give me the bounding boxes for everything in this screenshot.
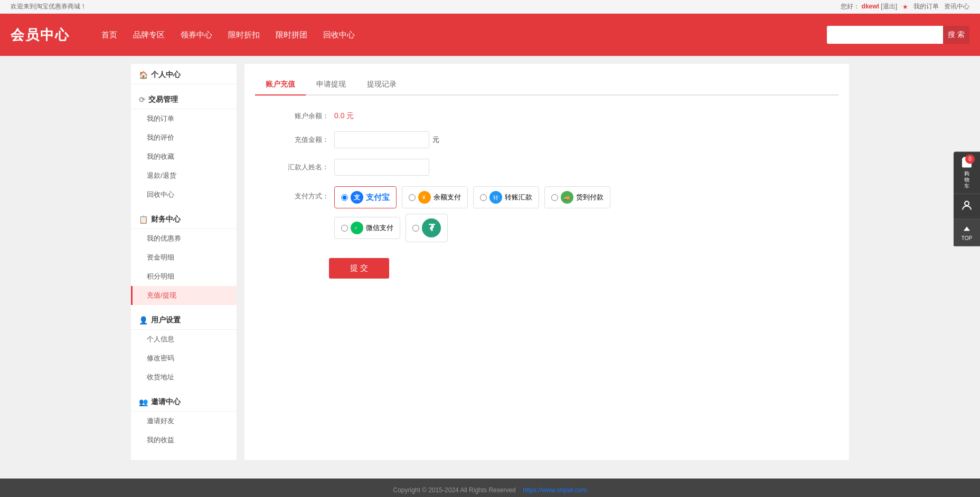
submit-row: 提 交 bbox=[276, 253, 838, 279]
balance-pay-icon: ¥ bbox=[418, 191, 431, 204]
payment-radio-balance[interactable] bbox=[409, 194, 416, 201]
sidebar-item-myorder[interactable]: 我的订单 bbox=[131, 109, 237, 128]
payment-option-transfer[interactable]: 转 转账汇款 bbox=[473, 186, 539, 208]
payment-option-cod[interactable]: 🚚 货到付款 bbox=[544, 186, 610, 208]
sidebar-section-finance: 📋 财务中心 bbox=[131, 208, 237, 229]
payer-name-row: 汇款人姓名： bbox=[276, 159, 838, 176]
welcome-text: 欢迎来到淘宝优惠券商城！ bbox=[11, 2, 87, 11]
search-input[interactable] bbox=[827, 26, 943, 44]
top-button[interactable]: TOP bbox=[954, 219, 980, 246]
cod-icon: 🚚 bbox=[561, 191, 573, 204]
submit-button[interactable]: 提 交 bbox=[329, 258, 389, 279]
payment-label: 支付方式： bbox=[276, 186, 329, 201]
logo: 会员中心 bbox=[11, 26, 70, 44]
invite-icon: 👥 bbox=[139, 398, 148, 406]
cod-label: 货到付款 bbox=[576, 193, 604, 202]
sidebar-item-funddetail[interactable]: 资金明细 bbox=[131, 248, 237, 267]
balance-value: 0.0 元 bbox=[334, 111, 354, 121]
sidebar-item-recycle[interactable]: 回收中心 bbox=[131, 185, 237, 204]
greeting-text: 您好： dkewl [退出] bbox=[841, 2, 897, 11]
sidebar-item-profile[interactable]: 个人信息 bbox=[131, 330, 237, 349]
svg-text:🚚: 🚚 bbox=[564, 195, 570, 201]
nav-coupon[interactable]: 领券中心 bbox=[181, 27, 212, 43]
payment-option-alipay[interactable]: 支 支付宝 bbox=[334, 186, 397, 208]
alipay-label: 支付宝 bbox=[366, 193, 390, 203]
sidebar-item-coupon[interactable]: 我的优惠券 bbox=[131, 229, 237, 248]
user-icon bbox=[960, 199, 973, 212]
username-text: dkewl bbox=[862, 3, 879, 10]
tab-withdraw-record[interactable]: 提现记录 bbox=[356, 74, 407, 94]
sidebar-section-usersettings-label: 用户设置 bbox=[151, 316, 181, 325]
logout-link[interactable]: 退出 bbox=[883, 3, 896, 10]
recharge-unit: 元 bbox=[432, 135, 439, 145]
sidebar-item-myearning[interactable]: 我的收益 bbox=[131, 431, 237, 450]
sidebar-item-address[interactable]: 收货地址 bbox=[131, 368, 237, 387]
sidebar-section-personal: 🏠 个人中心 bbox=[131, 64, 237, 84]
sidebar-section-usersettings: 👤 用户设置 bbox=[131, 309, 237, 330]
sidebar-section-invite: 👥 邀请中心 bbox=[131, 391, 237, 412]
sidebar-item-invitefriend[interactable]: 邀请好友 bbox=[131, 412, 237, 431]
payment-radio-transfer[interactable] bbox=[480, 194, 487, 201]
payment-method-row: 支付方式： 支 支付宝 bbox=[276, 186, 838, 242]
top-arrow-icon bbox=[962, 224, 972, 235]
search-box: 搜 索 bbox=[827, 26, 969, 44]
nav-recycle[interactable]: 回收中心 bbox=[323, 27, 355, 43]
main-container: 🏠 个人中心 ⟳ 交易管理 我的订单 我的评价 我的收藏 退款/退货 回收中心 … bbox=[120, 56, 860, 468]
payment-radio-wechat[interactable] bbox=[341, 225, 348, 232]
sidebar-item-refund[interactable]: 退款/退货 bbox=[131, 166, 237, 185]
sidebar-item-pointdetail[interactable]: 积分明细 bbox=[131, 267, 237, 286]
payment-radio-tether[interactable] bbox=[412, 225, 419, 232]
payment-option-balance[interactable]: ¥ 余额支付 bbox=[402, 186, 468, 208]
balance-row: 账户余额： 0.0 元 bbox=[276, 111, 838, 121]
payment-radio-alipay[interactable] bbox=[341, 194, 348, 201]
balance-label: 账户余额： bbox=[276, 111, 329, 121]
infocenter-link[interactable]: 资讯中心 bbox=[944, 2, 969, 11]
nav-home[interactable]: 首页 bbox=[101, 27, 117, 43]
payment-radio-cod[interactable] bbox=[551, 194, 558, 201]
search-button[interactable]: 搜 索 bbox=[943, 26, 969, 44]
svg-text:¥: ¥ bbox=[422, 195, 426, 200]
nav-discount[interactable]: 限时折扣 bbox=[228, 27, 260, 43]
sidebar-item-myfavorite[interactable]: 我的收藏 bbox=[131, 147, 237, 166]
myorder-link[interactable]: 我的订单 bbox=[913, 2, 939, 11]
recharge-amount-input[interactable] bbox=[334, 131, 429, 148]
user-button[interactable] bbox=[954, 194, 980, 219]
tab-withdraw-apply[interactable]: 申请提现 bbox=[306, 74, 356, 94]
tether-logo-icon: ₮ bbox=[422, 218, 441, 237]
finance-icon: 📋 bbox=[139, 215, 148, 224]
sidebar-item-myreview[interactable]: 我的评价 bbox=[131, 128, 237, 147]
nav-group[interactable]: 限时拼团 bbox=[276, 27, 307, 43]
tab-bar: 账户充值 申请提现 提现记录 bbox=[255, 74, 838, 95]
svg-text:✓: ✓ bbox=[354, 226, 358, 231]
sidebar-item-changepassword[interactable]: 修改密码 bbox=[131, 349, 237, 368]
svg-point-1 bbox=[965, 201, 969, 205]
transfer-icon: 转 bbox=[489, 191, 502, 204]
nav-brand[interactable]: 品牌专区 bbox=[133, 27, 165, 43]
sidebar-item-recharge[interactable]: 充值/提现 bbox=[131, 286, 237, 305]
sidebar: 🏠 个人中心 ⟳ 交易管理 我的订单 我的评价 我的收藏 退款/退货 回收中心 … bbox=[131, 64, 237, 460]
payment-option-tether[interactable]: ₮ bbox=[406, 214, 448, 242]
balance-label-text: 余额支付 bbox=[434, 193, 461, 202]
star-icon: ★ bbox=[902, 3, 908, 11]
main-nav: 首页 品牌专区 领券中心 限时折扣 限时拼团 回收中心 bbox=[101, 27, 827, 43]
right-sidebar: 0 购物车 TOP bbox=[954, 151, 980, 246]
recharge-amount-row: 充值金额： 元 bbox=[276, 131, 838, 148]
site-url-link[interactable]: https://www.xhpwl.com bbox=[523, 486, 587, 494]
home-icon: 🏠 bbox=[139, 71, 148, 79]
payment-option-wechat[interactable]: ✓ 微信支付 bbox=[334, 217, 400, 239]
svg-text:支: 支 bbox=[353, 194, 361, 201]
top-bar: 欢迎来到淘宝优惠券商城！ 您好： dkewl [退出] ★ 我的订单 资讯中心 bbox=[0, 0, 980, 14]
header: 会员中心 首页 品牌专区 领券中心 限时折扣 限时拼团 回收中心 搜 索 bbox=[0, 14, 980, 56]
payment-options-container: 支 支付宝 ¥ 余额支付 bbox=[334, 186, 610, 242]
transfer-label: 转账汇款 bbox=[505, 193, 532, 202]
payment-row-2: ✓ 微信支付 ₮ bbox=[334, 214, 610, 242]
trade-icon: ⟳ bbox=[139, 95, 145, 104]
cart-button[interactable]: 0 购物车 bbox=[954, 151, 980, 194]
alipay-icon: 支 bbox=[351, 191, 363, 204]
payer-name-input[interactable] bbox=[334, 159, 429, 176]
sidebar-section-invite-label: 邀请中心 bbox=[151, 397, 181, 407]
tab-recharge[interactable]: 账户充值 bbox=[255, 74, 306, 95]
top-bar-right: 您好： dkewl [退出] ★ 我的订单 资讯中心 bbox=[841, 2, 969, 11]
payer-label: 汇款人姓名： bbox=[276, 163, 329, 172]
wechat-label: 微信支付 bbox=[366, 223, 393, 233]
